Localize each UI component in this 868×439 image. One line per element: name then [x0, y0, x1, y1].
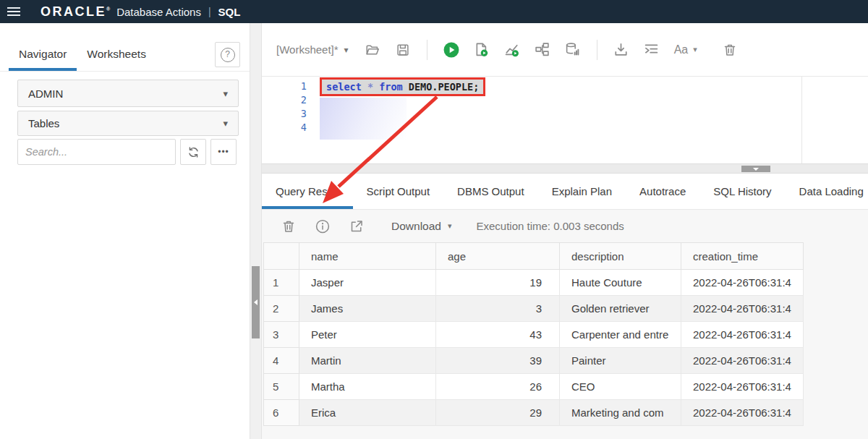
cell-name[interactable]: James — [299, 296, 436, 322]
chevron-down-icon: ▾ — [344, 45, 349, 55]
row-number: 5 — [264, 374, 299, 400]
line-number: 1 — [262, 80, 307, 93]
cell-name[interactable]: Peter — [299, 322, 436, 348]
cell-age[interactable]: 43 — [436, 322, 560, 348]
trash-icon — [281, 219, 296, 234]
cell-creation-time[interactable]: 2022-04-26T06:31:4 — [681, 270, 804, 296]
cell-age[interactable]: 3 — [436, 296, 560, 322]
database-stats-icon — [565, 42, 580, 57]
more-actions-button[interactable]: ••• — [210, 139, 237, 165]
chevron-down-icon: ▾ — [448, 221, 452, 231]
cell-description[interactable]: Marketing and com — [560, 400, 681, 426]
format-indent-icon — [644, 42, 659, 57]
save-button[interactable] — [395, 42, 411, 58]
cell-age[interactable]: 29 — [436, 400, 560, 426]
hamburger-menu-icon[interactable] — [7, 5, 22, 18]
table-row[interactable]: 3 Peter 43 Carpenter and entre 2022-04-2… — [264, 322, 804, 348]
run-script-icon — [474, 42, 489, 57]
schema-select-value: ADMIN — [28, 88, 63, 100]
cell-age[interactable]: 26 — [436, 374, 560, 400]
explain-plan-button[interactable] — [535, 42, 550, 58]
table-header-row: name age description creation_time — [264, 243, 804, 270]
cell-name[interactable]: Martin — [299, 348, 436, 374]
cell-creation-time[interactable]: 2022-04-26T06:31:4 — [681, 348, 804, 374]
autotrace-button[interactable] — [504, 42, 520, 58]
editor-line-numbers: 1 2 3 4 — [262, 80, 307, 135]
tab-script-output[interactable]: Script Output — [353, 175, 444, 209]
result-info-button[interactable] — [315, 218, 331, 234]
sql-history-button[interactable] — [565, 42, 581, 58]
tab-query-result[interactable]: Query Result — [262, 175, 353, 209]
sidebar-splitter[interactable] — [250, 23, 262, 439]
table-row[interactable]: 2 James 3 Golden retriever 2022-04-26T06… — [264, 296, 804, 322]
cell-description[interactable]: Golden retriever — [560, 296, 681, 322]
cell-name[interactable]: Jasper — [299, 270, 436, 296]
column-header-name[interactable]: name — [299, 243, 436, 270]
clear-result-button[interactable] — [281, 218, 297, 234]
cell-description[interactable]: Haute Couture — [560, 270, 681, 296]
worksheet-toolbar: [Worksheet]* ▾ — [262, 23, 868, 77]
line-number: 3 — [262, 107, 307, 121]
table-row[interactable]: 5 Martha 26 CEO 2022-04-26T06:31:4 — [264, 374, 804, 400]
table-row[interactable]: 1 Jasper 19 Haute Couture 2022-04-26T06:… — [264, 270, 804, 296]
autotrace-chart-icon — [504, 42, 520, 58]
cell-name[interactable]: Erica — [299, 400, 436, 426]
refresh-button[interactable] — [180, 139, 206, 165]
sql-object: DEMO.PEOPLE; — [409, 81, 480, 93]
cell-name[interactable]: Martha — [299, 374, 436, 400]
object-type-select[interactable]: Tables ▾ — [17, 111, 239, 136]
tab-explain-plan[interactable]: Explain Plan — [538, 175, 626, 209]
sidebar: Navigator Worksheets ? ADMIN ▾ Tables ▾ … — [0, 23, 250, 439]
cell-creation-time[interactable]: 2022-04-26T06:31:4 — [681, 400, 804, 426]
chevron-down-icon: ▾ — [223, 88, 228, 99]
sql-operator: * — [362, 81, 379, 93]
worksheet-selector[interactable]: [Worksheet]* ▾ — [276, 43, 349, 56]
tab-dbms-output[interactable]: DBMS Output — [443, 175, 538, 209]
sidebar-collapse-handle[interactable] — [252, 266, 260, 338]
row-number: 1 — [264, 270, 299, 296]
download-dropdown[interactable]: Download ▾ — [391, 220, 451, 233]
format-code-button[interactable] — [644, 42, 660, 58]
result-table: name age description creation_time 1 Jas… — [263, 242, 804, 426]
help-button[interactable]: ? — [215, 42, 240, 67]
row-number: 4 — [264, 348, 299, 374]
cell-description[interactable]: Carpenter and entre — [560, 322, 681, 348]
font-size-label: Aa — [674, 43, 689, 56]
font-size-control[interactable]: Aa ▾ — [674, 43, 697, 56]
cell-description[interactable]: CEO — [560, 374, 681, 400]
row-number: 3 — [264, 322, 299, 348]
tab-autotrace[interactable]: Autotrace — [626, 175, 699, 209]
tab-worksheets[interactable]: Worksheets — [77, 39, 156, 71]
run-statement-button[interactable] — [443, 42, 459, 58]
download-editor-button[interactable] — [613, 42, 629, 58]
column-header-age[interactable]: age — [436, 243, 560, 270]
clear-worksheet-button[interactable] — [722, 42, 738, 58]
line-number: 2 — [262, 93, 307, 107]
help-icon: ? — [221, 48, 235, 62]
open-file-button[interactable] — [365, 42, 380, 58]
run-script-button[interactable] — [474, 42, 490, 58]
search-input[interactable] — [17, 139, 176, 165]
cell-creation-time[interactable]: 2022-04-26T06:31:4 — [681, 296, 804, 322]
row-number: 2 — [264, 296, 299, 322]
cell-description[interactable]: Painter — [560, 348, 681, 374]
worksheet-title: [Worksheet]* — [276, 43, 339, 56]
table-row[interactable]: 4 Martin 39 Painter 2022-04-26T06:31:4 — [264, 348, 804, 374]
column-header-creation-time[interactable]: creation_time — [681, 243, 804, 270]
splitter-handle[interactable] — [741, 166, 770, 172]
sql-editor[interactable]: 1 2 3 4 select * from DEMO.PEOPLE; — [262, 77, 868, 163]
open-in-new-window-button[interactable] — [349, 218, 365, 234]
tab-sql-history[interactable]: SQL History — [699, 175, 785, 209]
table-row[interactable]: 6 Erica 29 Marketing and com 2022-04-26T… — [264, 400, 804, 426]
column-header-description[interactable]: description — [560, 243, 681, 270]
tab-navigator[interactable]: Navigator — [9, 39, 77, 71]
schema-select[interactable]: ADMIN ▾ — [17, 80, 239, 107]
editor-results-splitter[interactable] — [262, 163, 868, 174]
cell-age[interactable]: 39 — [436, 348, 560, 374]
cell-age[interactable]: 19 — [436, 270, 560, 296]
editor-right-divider — [801, 77, 802, 163]
cell-creation-time[interactable]: 2022-04-26T06:31:4 — [681, 322, 804, 348]
collapse-down-icon — [753, 168, 759, 171]
cell-creation-time[interactable]: 2022-04-26T06:31:4 — [681, 374, 804, 400]
tab-data-loading[interactable]: Data Loading — [786, 175, 868, 209]
